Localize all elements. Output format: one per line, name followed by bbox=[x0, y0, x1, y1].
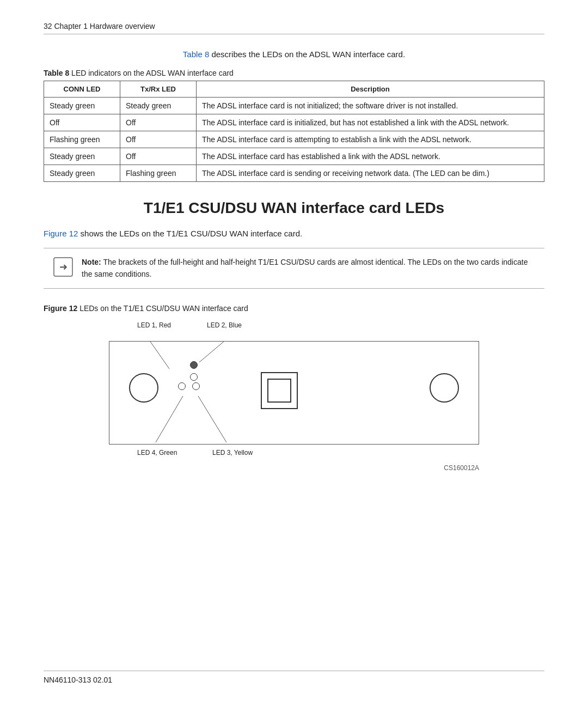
table-header-row: CONN LED Tx/Rx LED Description bbox=[44, 81, 544, 98]
cell-conn-led: Steady green bbox=[44, 148, 120, 165]
cell-txrx-led: Off bbox=[120, 131, 197, 148]
led-right-circle bbox=[430, 373, 459, 403]
led-table: CONN LED Tx/Rx LED Description Steady gr… bbox=[44, 81, 544, 182]
cell-conn-led: Steady green bbox=[44, 98, 120, 114]
header-text: 32 Chapter 1 Hardware overview bbox=[44, 22, 155, 31]
cell-conn-led: Flashing green bbox=[44, 131, 120, 148]
led3-circle bbox=[192, 382, 200, 390]
led1-label: LED 1, Red bbox=[137, 321, 171, 329]
note-text: Note: The brackets of the full-height an… bbox=[82, 256, 535, 281]
table-row: OffOffThe ADSL interface card is initial… bbox=[44, 114, 544, 131]
col-header-txrx: Tx/Rx LED bbox=[120, 81, 197, 98]
intro-paragraph: Table 8 describes the LEDs on the ADSL W… bbox=[44, 50, 544, 59]
figure-caption: Figure 12 LEDs on the T1/E1 CSU/DSU WAN … bbox=[44, 304, 544, 313]
cell-txrx-led: Off bbox=[120, 148, 197, 165]
cell-txrx-led: Off bbox=[120, 114, 197, 131]
svg-line-2 bbox=[156, 396, 183, 442]
led4-label: LED 4, Green bbox=[137, 449, 177, 457]
svg-line-3 bbox=[198, 396, 226, 442]
cell-description: The ADSL interface card is attempting to… bbox=[197, 131, 544, 148]
note-body: The brackets of the full-height and half… bbox=[82, 258, 528, 278]
header-bar: 32 Chapter 1 Hardware overview bbox=[44, 22, 544, 34]
figure-intro-paragraph: Figure 12 shows the LEDs on the T1/E1 CS… bbox=[44, 229, 544, 238]
figure-diagram bbox=[109, 341, 479, 445]
table-row: Steady greenSteady greenThe ADSL interfa… bbox=[44, 98, 544, 114]
led-labels-bottom: LED 4, Green LED 3, Yellow bbox=[109, 449, 479, 462]
cell-description: The ADSL interface card has established … bbox=[197, 148, 544, 165]
table-caption-rest: LED indicators on the ADSL WAN interface… bbox=[69, 69, 234, 77]
cell-conn-led: Steady green bbox=[44, 165, 120, 182]
led2-label: LED 2, Blue bbox=[207, 321, 242, 329]
table-caption: Table 8 LED indicators on the ADSL WAN i… bbox=[44, 69, 544, 77]
svg-line-0 bbox=[150, 342, 169, 369]
footer-text: NN46110-313 02.01 bbox=[44, 675, 112, 684]
connector-box bbox=[261, 372, 298, 409]
cell-conn-led: Off bbox=[44, 114, 120, 131]
figure-caption-bold: Figure 12 bbox=[44, 304, 77, 313]
table-row: Steady greenOffThe ADSL interface card h… bbox=[44, 148, 544, 165]
figure-caption-rest: LEDs on the T1/E1 CSU/DSU WAN interface … bbox=[77, 304, 248, 313]
cell-txrx-led: Flashing green bbox=[120, 165, 197, 182]
cell-txrx-led: Steady green bbox=[120, 98, 197, 114]
footer-bar: NN46110-313 02.01 bbox=[44, 671, 544, 684]
table-row: Steady greenFlashing greenThe ADSL inter… bbox=[44, 165, 544, 182]
table-caption-bold: Table 8 bbox=[44, 69, 69, 77]
led3-label: LED 3, Yellow bbox=[212, 449, 253, 457]
col-header-conn: CONN LED bbox=[44, 81, 120, 98]
svg-line-1 bbox=[199, 342, 224, 362]
led2-circle-filled bbox=[190, 361, 198, 369]
led-labels-top: LED 1, Red LED 2, Blue bbox=[109, 321, 479, 341]
figure-area: LED 1, Red LED 2, Blue bbox=[109, 321, 479, 462]
connector-inner bbox=[267, 379, 291, 403]
figure-code: CS160012A bbox=[109, 464, 479, 472]
table8-link[interactable]: Table 8 bbox=[183, 50, 209, 59]
cell-description: The ADSL interface card is initialized, … bbox=[197, 114, 544, 131]
led2-second-circle bbox=[190, 373, 198, 381]
figure-intro-rest: shows the LEDs on the T1/E1 CSU/DSU WAN … bbox=[78, 229, 302, 238]
note-arrow-icon: ➜ bbox=[53, 257, 73, 277]
cell-description: The ADSL interface card is not initializ… bbox=[197, 98, 544, 114]
note-box: ➜ Note: The brackets of the full-height … bbox=[44, 248, 544, 289]
page: 32 Chapter 1 Hardware overview Table 8 d… bbox=[0, 0, 588, 706]
section-heading: T1/E1 CSU/DSU WAN interface card LEDs bbox=[44, 199, 544, 217]
note-label: Note: bbox=[82, 258, 101, 266]
table-row: Flashing greenOffThe ADSL interface card… bbox=[44, 131, 544, 148]
table-body: Steady greenSteady greenThe ADSL interfa… bbox=[44, 98, 544, 182]
figure12-link[interactable]: Figure 12 bbox=[44, 229, 78, 238]
led1-circle bbox=[129, 373, 158, 403]
cell-description: The ADSL interface card is sending or re… bbox=[197, 165, 544, 182]
intro-rest: describes the LEDs on the ADSL WAN inter… bbox=[209, 50, 405, 59]
col-header-desc: Description bbox=[197, 81, 544, 98]
led4-circle bbox=[178, 382, 186, 390]
